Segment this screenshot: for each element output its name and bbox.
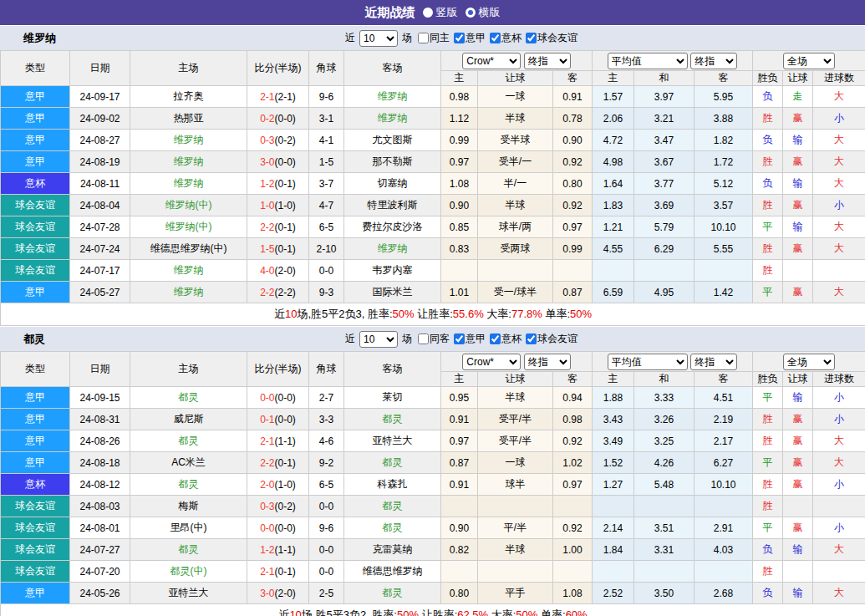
corner-cell: 3-7 <box>309 173 344 195</box>
league-cell: 球会友谊 <box>1 561 70 583</box>
crow-handicap-cell: 球半 <box>478 474 553 496</box>
score-cell: 0-3(0-2) <box>247 130 309 151</box>
final-odds-select[interactable]: 终指 <box>524 53 571 69</box>
league-cell: 意甲 <box>1 86 70 108</box>
handicap-result-cell: 赢 <box>783 108 813 130</box>
full-match-select[interactable]: 全场 <box>783 354 835 370</box>
score-halftime: (2-2) <box>275 287 296 298</box>
match-count-select[interactable]: 10 <box>359 30 398 47</box>
score-fulltime: 0-2 <box>260 113 274 125</box>
crow-handicap-cell: 受半/一 <box>478 151 553 173</box>
filter-checkbox[interactable] <box>454 33 465 43</box>
avg-draw-cell: 5.79 <box>634 216 695 238</box>
result-cell: 胜 <box>753 260 783 282</box>
layout-option-horizontal[interactable]: 横版 <box>466 5 501 20</box>
layout-option-vertical[interactable]: 竖版 <box>423 5 458 20</box>
date-cell: 24-08-31 <box>70 409 130 430</box>
goals-result-cell: 小 <box>813 474 865 496</box>
date-cell: 24-07-28 <box>70 216 130 238</box>
score-fulltime: 2-0 <box>260 479 274 491</box>
avg-home-cell <box>593 561 634 583</box>
filter-checkbox[interactable] <box>418 33 429 43</box>
crow-select-group: Crow* 终指 <box>441 352 593 372</box>
bookmaker-select[interactable]: Crow* <box>462 53 521 69</box>
filter-option-意甲[interactable]: 意甲 <box>450 332 486 346</box>
date-cell: 24-07-17 <box>70 260 130 282</box>
final-odds-select-2[interactable]: 终指 <box>690 354 737 370</box>
corner-cell: 3-1 <box>309 108 344 130</box>
average-select[interactable]: 平均值 <box>608 354 688 370</box>
avg-away-cell: 5.12 <box>695 173 753 195</box>
avg-home-cell: 4.72 <box>593 130 634 151</box>
match-row: 球会友谊24-08-04维罗纳(中)1-0(1-0)4-7特里波利斯0.90半球… <box>1 195 865 216</box>
final-odds-select[interactable]: 终指 <box>524 354 571 370</box>
score-cell: 4-0(2-0) <box>247 260 309 282</box>
avg-draw-cell: 3.51 <box>634 517 695 539</box>
avg-away-cell: 5.55 <box>695 238 753 260</box>
corner-cell: 0-0 <box>309 260 344 282</box>
filter-option-意杯[interactable]: 意杯 <box>486 332 522 346</box>
crow-home-odds-cell: 0.91 <box>441 474 478 496</box>
filter-option-球会友谊[interactable]: 球会友谊 <box>522 332 578 346</box>
filter-option-球会友谊[interactable]: 球会友谊 <box>522 31 578 45</box>
score-cell: 1-2(0-1) <box>247 173 309 195</box>
filter-checkbox[interactable] <box>454 333 465 344</box>
corner-cell: 9-6 <box>309 517 344 539</box>
radio-selected-icon[interactable] <box>423 8 433 18</box>
avg-away-cell: 1.82 <box>695 130 753 151</box>
avg-home-cell: 2.06 <box>593 108 634 130</box>
filter-option-意杯[interactable]: 意杯 <box>486 31 522 45</box>
radio-unselected-icon[interactable] <box>466 8 476 18</box>
col-header-date: 日期 <box>70 51 130 86</box>
col-header-crow-away: 客 <box>553 71 593 86</box>
full-match-select[interactable]: 全场 <box>783 53 835 69</box>
avg-home-cell: 2.14 <box>593 517 634 539</box>
crow-handicap-cell: 受半球 <box>478 130 553 151</box>
score-cell: 2-1(1-1) <box>247 430 309 452</box>
filter-checkbox[interactable] <box>490 333 501 344</box>
crow-home-odds-cell <box>441 496 478 517</box>
col-header-wdl: 胜负 <box>753 71 783 86</box>
score-fulltime: 1-2 <box>260 178 274 190</box>
crow-home-odds-cell: 0.98 <box>441 86 478 108</box>
bookmaker-select[interactable]: Crow* <box>462 354 521 370</box>
filter-option-意甲[interactable]: 意甲 <box>450 31 486 45</box>
filter-bar: 近 10 场 同客意甲意杯球会友谊 <box>345 331 578 348</box>
score-fulltime: 2-2 <box>260 221 274 233</box>
filter-checkbox[interactable] <box>418 333 429 344</box>
summary-segment: 大率: <box>488 608 516 616</box>
away-team-cell: 克雷莫纳 <box>344 539 441 561</box>
handicap-result-cell: 输 <box>783 130 813 151</box>
handicap-result-cell: 赢 <box>783 452 813 474</box>
final-odds-select-2[interactable]: 终指 <box>690 53 737 69</box>
crow-away-odds-cell: 0.87 <box>553 282 593 303</box>
away-team-cell: 都灵 <box>344 496 441 517</box>
date-cell: 24-05-27 <box>70 282 130 303</box>
summary-segment: 55.6% <box>453 308 484 320</box>
average-select[interactable]: 平均值 <box>608 53 688 69</box>
league-cell: 意甲 <box>1 430 70 452</box>
page-title: 近期战绩 <box>365 5 415 21</box>
col-header-avg-away: 客 <box>695 372 753 387</box>
crow-away-odds-cell: 0.91 <box>553 86 593 108</box>
horizontal-label: 横版 <box>479 5 501 20</box>
date-cell: 24-08-27 <box>70 130 130 151</box>
filter-option-同主[interactable]: 同主 <box>415 31 450 45</box>
crow-handicap-cell: 一球 <box>478 86 553 108</box>
score-cell: 2-0(1-0) <box>247 474 309 496</box>
avg-away-cell: 10.10 <box>695 216 753 238</box>
match-count-select[interactable]: 10 <box>359 331 398 348</box>
crow-handicap-cell: 半球 <box>478 539 553 561</box>
goals-result-cell <box>813 561 865 583</box>
score-halftime: (0-0) <box>275 522 296 534</box>
filter-checkbox[interactable] <box>526 333 537 344</box>
filter-option-同客[interactable]: 同客 <box>415 332 450 346</box>
filter-checkbox[interactable] <box>490 33 501 43</box>
avg-draw-cell: 3.33 <box>634 387 695 409</box>
league-cell: 意甲 <box>1 130 70 151</box>
score-fulltime: 1-0 <box>260 200 274 211</box>
filter-checkbox[interactable] <box>526 33 537 43</box>
handicap-result-cell: 赢 <box>783 195 813 216</box>
avg-home-cell: 1.64 <box>593 173 634 195</box>
date-cell: 24-08-11 <box>70 173 130 195</box>
